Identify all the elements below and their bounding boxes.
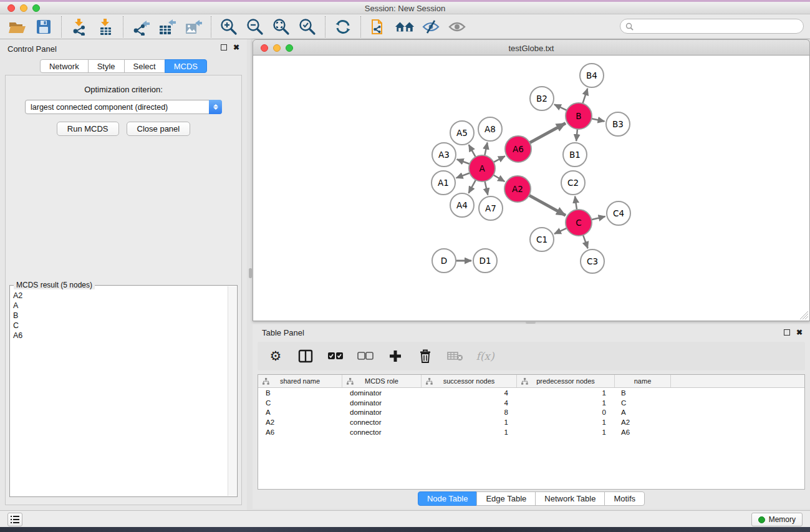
list-item[interactable]: B	[13, 311, 228, 321]
close-table-panel-icon[interactable]: ✖	[796, 329, 803, 336]
graph-edge[interactable]	[591, 118, 605, 122]
graph-edge[interactable]	[469, 145, 476, 157]
memory-label: Memory	[769, 515, 796, 524]
network-canvas[interactable]: AA6A2BCA1A3A4A5A7A8B1B2B3B4C1C2C3C4DD1	[253, 56, 810, 321]
memory-button[interactable]: Memory	[751, 513, 803, 526]
tab-style[interactable]: Style	[88, 59, 125, 73]
list-item[interactable]: C	[13, 321, 228, 331]
tab-network-table[interactable]: Network Table	[535, 491, 605, 506]
graph-node-label: B2	[536, 94, 547, 104]
graph-edge[interactable]	[456, 173, 471, 178]
export-image-button[interactable]	[183, 17, 203, 37]
graph-edge[interactable]	[582, 89, 587, 104]
table-row[interactable]: A2 connector 1 1 A2	[258, 417, 804, 427]
node-table[interactable]: shared name MCDS role successor nodes pr…	[258, 374, 805, 490]
table-row[interactable]: B dominator 4 1 B	[258, 388, 804, 398]
close-panel-button[interactable]: Close panel	[127, 122, 191, 136]
show-panels-button[interactable]	[447, 17, 467, 37]
export-table-button[interactable]	[157, 17, 177, 37]
open-session-button[interactable]	[7, 17, 27, 37]
search-text-field[interactable]	[637, 22, 803, 31]
graph-edge[interactable]	[485, 143, 488, 157]
hierarchy-icon	[426, 378, 433, 385]
graph-edge[interactable]	[554, 104, 567, 110]
graph-node-label: D	[441, 256, 447, 266]
column-header-successor-nodes[interactable]: successor nodes	[422, 375, 517, 387]
zoom-fit-button[interactable]	[271, 17, 291, 37]
tab-node-table[interactable]: Node Table	[418, 491, 478, 506]
import-table-button[interactable]	[95, 17, 115, 37]
criterion-dropdown[interactable]: largest connected component (directed)	[25, 100, 222, 114]
unchecked-boxes-icon	[357, 352, 374, 360]
zoom-out-button[interactable]	[245, 17, 265, 37]
resize-grip[interactable]	[800, 311, 808, 319]
new-network-from-file-button[interactable]	[369, 17, 388, 37]
table-options-button[interactable]: ⚙	[268, 348, 284, 364]
graph-node-label: C	[576, 218, 581, 228]
column-visibility-button[interactable]	[297, 348, 314, 364]
graph-node-label: A3	[438, 150, 450, 160]
delete-column-button[interactable]	[417, 348, 433, 364]
column-header-mcds-role[interactable]: MCDS role	[342, 375, 422, 387]
close-panel-icon[interactable]: ✖	[233, 44, 239, 51]
search-input[interactable]	[620, 19, 804, 34]
table-row[interactable]: A dominator 8 0 A	[258, 407, 804, 417]
graph-edge[interactable]	[583, 235, 588, 248]
show-task-history-button[interactable]	[7, 513, 22, 526]
graph-edge[interactable]	[576, 128, 577, 141]
delete-table-button[interactable]	[447, 348, 463, 364]
tab-mcds[interactable]: MCDS	[165, 59, 207, 73]
graph-edge[interactable]	[468, 180, 476, 193]
tab-select[interactable]: Select	[124, 59, 165, 73]
graph-edge[interactable]	[575, 196, 577, 210]
hierarchy-icon	[263, 378, 269, 385]
graph-edge[interactable]	[554, 228, 567, 234]
home-button[interactable]	[395, 17, 415, 37]
mcds-result-title: MCDS result (5 nodes)	[14, 281, 95, 289]
zoom-in-button[interactable]	[219, 17, 239, 37]
list-item[interactable]: A2	[13, 291, 228, 301]
graph-node-label: A5	[456, 128, 468, 138]
table-row[interactable]: C dominator 4 1 C	[258, 398, 804, 408]
graph-edge[interactable]	[493, 175, 504, 181]
tab-motifs[interactable]: Motifs	[604, 491, 645, 506]
horizontal-splitter-handle[interactable]	[526, 321, 536, 324]
network-window-title: testGlobe.txt	[253, 44, 809, 53]
float-panel-icon[interactable]	[221, 44, 227, 51]
hide-panels-button[interactable]	[421, 17, 441, 37]
column-header-predecessor-nodes[interactable]: predecessor nodes	[517, 375, 615, 387]
vertical-splitter-handle[interactable]	[249, 268, 252, 278]
list-item[interactable]: A6	[13, 331, 228, 341]
desktop-background	[0, 527, 810, 532]
zoom-selected-button[interactable]	[297, 17, 317, 37]
deselect-all-button[interactable]	[357, 348, 374, 364]
refresh-button[interactable]	[333, 17, 353, 37]
run-mcds-button[interactable]: Run MCDS	[57, 122, 119, 136]
table-row[interactable]: A6 connector 1 1 A6	[258, 427, 804, 437]
save-session-button[interactable]	[34, 17, 54, 37]
zoom-selected-icon	[299, 18, 316, 36]
tab-network[interactable]: Network	[40, 59, 89, 73]
column-header-name[interactable]: name	[615, 375, 671, 387]
export-network-button[interactable]	[131, 17, 151, 37]
result-scrollbar[interactable]	[228, 286, 236, 496]
function-builder-button[interactable]: f(x)	[477, 348, 493, 364]
export-table-icon	[158, 18, 176, 36]
network-window-titlebar[interactable]: testGlobe.txt	[253, 39, 810, 56]
import-network-button[interactable]	[69, 17, 89, 37]
graph-edge[interactable]	[591, 216, 605, 220]
graph-edge[interactable]	[493, 156, 505, 162]
mcds-result-list[interactable]: A2 A B C A6	[11, 289, 228, 496]
column-header-shared-name[interactable]: shared name	[258, 375, 342, 387]
graph-edge[interactable]	[457, 159, 470, 164]
list-icon	[11, 516, 19, 523]
tab-edge-table[interactable]: Edge Table	[476, 491, 536, 506]
graph-edge[interactable]	[529, 195, 566, 216]
graph-edge[interactable]	[485, 181, 488, 195]
control-panel-title: Control Panel	[7, 44, 57, 54]
graph-edge[interactable]	[529, 123, 566, 143]
list-item[interactable]: A	[13, 301, 228, 311]
select-all-button[interactable]	[327, 348, 344, 364]
float-table-panel-icon[interactable]	[784, 329, 790, 336]
add-column-button[interactable]	[387, 348, 403, 364]
